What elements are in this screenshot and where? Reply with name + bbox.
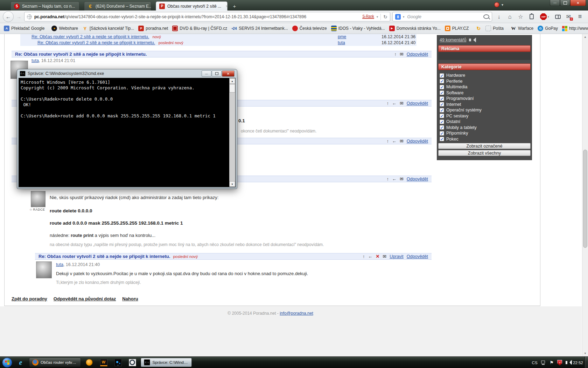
bookmark-playcz[interactable]: PLAY.CZ <box>443 25 471 32</box>
taskbar-avira-icon[interactable] <box>83 358 95 367</box>
start-button[interactable] <box>2 357 12 368</box>
checkbox-checked[interactable]: ✓ <box>440 79 444 83</box>
volume-icon[interactable] <box>566 361 567 364</box>
mail-icon[interactable]: ✉ <box>383 254 386 259</box>
console-scroll-down-icon[interactable]: ▼ <box>229 181 235 187</box>
console-scroll-up-icon[interactable]: ▲ <box>229 78 235 84</box>
downloads-icon[interactable]: ↓ <box>494 12 504 21</box>
checkbox-checked[interactable]: ✓ <box>440 137 444 141</box>
tab-poradna-active[interactable]: P Občas router vytvoří 2 sítě ... × <box>156 1 227 11</box>
delete-icon[interactable]: ✕ <box>376 254 379 259</box>
author-link[interactable]: tuta <box>56 262 63 267</box>
author-link[interactable]: tuta <box>31 58 39 63</box>
search-engine-dropdown-icon[interactable]: ▾ <box>403 15 405 19</box>
taskbar-firefox-button[interactable]: Občas router vytvoří ... <box>29 358 81 367</box>
reply-link[interactable]: Odpovědět <box>407 139 428 144</box>
tab-seznam[interactable]: S Seznam – Najdu tam, co n... × <box>10 1 79 11</box>
bookmark-servis24[interactable]: •24SERVIS 24 Internetbank... <box>230 25 290 32</box>
checkbox-checked[interactable]: ✓ <box>440 96 444 101</box>
reload-icon[interactable]: ↻ <box>383 14 387 20</box>
bookmark-poradna[interactable]: Pporadna.net <box>136 25 170 32</box>
tab-email[interactable]: € (624) Doručené – Seznam E... × <box>84 1 151 11</box>
checkbox-checked[interactable]: ✓ <box>440 108 444 113</box>
checkbox-checked[interactable]: ✓ <box>440 120 444 124</box>
bookmark-tipsport[interactable]: Y[Sázková kancelář Tip... <box>80 25 136 32</box>
urlbar-dropdown-icon[interactable]: ▾ <box>377 15 378 19</box>
forward-button[interactable]: → <box>16 14 22 20</box>
scrollbar-up-icon[interactable]: ▲ <box>582 34 588 40</box>
search-input[interactable] <box>407 14 481 20</box>
cmd-close-button[interactable]: ✕ <box>222 70 234 77</box>
thread-link[interactable]: Re: Občas router vytvoří 2 sítě a nejde … <box>31 34 149 39</box>
mail-icon[interactable]: ✉ <box>400 138 404 144</box>
bookmark-webshare[interactable]: ●Webshare <box>50 25 79 32</box>
bookmark-star-icon[interactable]: ☆ <box>516 12 525 21</box>
edit-link[interactable]: Upravit <box>390 254 404 259</box>
back-arrow-icon[interactable]: ← <box>368 254 372 259</box>
back-to-forum-link[interactable]: Zpět do poradny <box>12 296 47 301</box>
comments-link[interactable]: 49 komentářů <box>440 38 466 42</box>
email-link[interactable]: info@poradna.net <box>280 311 313 316</box>
reply-link[interactable]: Odpovědět <box>407 254 428 259</box>
bookmark-translate[interactable]: APřekladač Google <box>2 25 46 32</box>
titlebar-extension[interactable]: ▾ <box>494 2 503 7</box>
bookmark-idos[interactable]: IDOS - Vlaky - Vyhledá... <box>329 25 387 32</box>
bookmark-gopay[interactable]: GGoPay <box>536 25 560 32</box>
reply-link[interactable]: Odpovědět <box>407 177 428 182</box>
back-button[interactable]: ← <box>3 11 14 22</box>
menu-hamburger-icon[interactable]: ≡ <box>575 13 585 20</box>
close-button[interactable]: ✕ <box>570 0 586 6</box>
taskbar-clock[interactable]: 22:52 <box>573 361 583 365</box>
scrollbar-down-icon[interactable]: ▼ <box>582 351 588 356</box>
tab-close-icon[interactable]: × <box>77 4 79 9</box>
cmd-maximize-button[interactable] <box>212 70 222 77</box>
up-arrow-icon[interactable]: ↑ <box>386 138 389 144</box>
back-arrow-icon[interactable]: ← <box>392 138 397 144</box>
checkbox-checked[interactable]: ✓ <box>440 73 444 78</box>
srank-badge[interactable]: S-Rank <box>362 14 374 19</box>
reply-original-link[interactable]: Odpovědět na původní dotaz <box>54 296 116 301</box>
bookmark-youtube[interactable]: ▶Domovská stránka Yo... <box>387 25 442 32</box>
maximize-button[interactable] <box>560 0 570 6</box>
scrollbar-thumb[interactable] <box>583 150 587 248</box>
up-arrow-icon[interactable]: ↑ <box>386 101 389 106</box>
reply-link[interactable]: Odpovědět <box>407 52 428 57</box>
reply-link[interactable]: Odpovědět <box>407 101 428 106</box>
home-icon[interactable]: ⌂ <box>505 12 514 21</box>
cmd-minimize-button[interactable]: — <box>202 70 211 77</box>
console-scroll-thumb[interactable] <box>229 84 235 93</box>
checkbox-checked[interactable]: ✓ <box>440 125 444 130</box>
mail-icon[interactable]: ✉ <box>400 176 404 182</box>
bookmark-posta[interactable]: Pošta <box>484 25 505 32</box>
network-tray-icon[interactable] <box>541 361 546 365</box>
cmd-window[interactable]: C:\ Správce: C:\Windows\system32\cmd.exe… <box>17 69 237 189</box>
mail-icon[interactable]: ✉ <box>400 52 404 57</box>
adblock-plus-button[interactable]: ABP ▾ <box>538 12 552 21</box>
taskbar-gear-icon[interactable] <box>126 358 138 367</box>
checkbox-checked[interactable]: ✓ <box>440 102 444 107</box>
google-search-icon[interactable]: 8 <box>395 14 401 20</box>
language-indicator[interactable]: CS <box>532 361 538 365</box>
bookmark-warface[interactable]: WWarface <box>509 25 535 32</box>
show-all-button[interactable]: Zobrazit všechny <box>438 150 531 156</box>
bookmark-reload-item[interactable]: ↻ <box>474 25 483 32</box>
console-scrollbar[interactable]: ▲ ▼ <box>229 78 235 187</box>
checkbox-checked[interactable]: ✓ <box>440 131 444 136</box>
search-icon[interactable] <box>483 14 489 19</box>
cmd-title-bar[interactable]: C:\ Správce: C:\Windows\system32\cmd.exe… <box>17 69 237 78</box>
show-desktop-button[interactable] <box>584 357 588 368</box>
url-text[interactable]: pc.poradna.net/q/view/1347804-obcas-rout… <box>34 14 360 19</box>
back-arrow-icon[interactable]: ← <box>392 101 397 106</box>
taskbar-ie-icon[interactable]: e <box>15 358 27 367</box>
page-scrollbar[interactable]: ▲ ▼ <box>582 34 588 356</box>
taskbar-warface-icon[interactable]: W <box>98 358 110 367</box>
mail-notifier-icon[interactable]: ✉! <box>564 12 573 21</box>
search-bar[interactable]: 8 ▾ <box>392 12 492 21</box>
bookmark-ceska-televize[interactable]: Česká televize <box>290 25 329 32</box>
checkbox-checked[interactable]: ✓ <box>440 90 444 95</box>
library-book-icon[interactable] <box>553 12 562 21</box>
thread-link[interactable]: Re: Občas router vytvoří 2 sítě a nejde … <box>37 40 155 45</box>
up-arrow-icon[interactable]: ↑ <box>394 52 397 57</box>
back-arrow-icon[interactable]: ← <box>392 176 397 182</box>
up-arrow-icon[interactable]: ↑ <box>386 176 389 182</box>
